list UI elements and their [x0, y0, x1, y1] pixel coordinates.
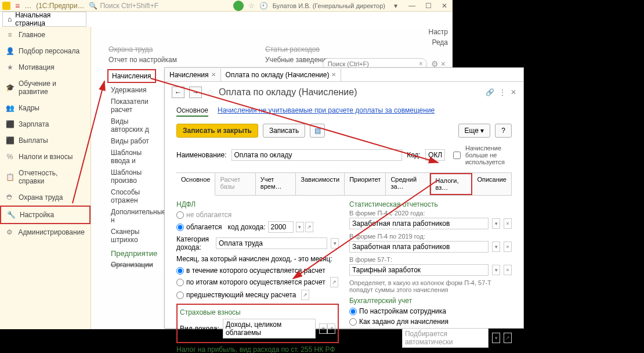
- sidebar-item[interactable]: ⛑Охрана труда: [0, 189, 91, 206]
- tab-home[interactable]: ⌂ Начальная страница: [2, 12, 86, 27]
- clear-icon[interactable]: ×: [504, 218, 512, 229]
- content-link[interactable]: Отчет по настройкам: [108, 55, 265, 65]
- f57-select[interactable]: Тарифный заработок: [349, 264, 489, 276]
- star-icon[interactable]: ☆: [207, 88, 214, 97]
- month-opt2-radio[interactable]: [176, 279, 184, 286]
- close-icon[interactable]: ✕: [331, 71, 336, 78]
- more-button[interactable]: Еще ▾: [458, 124, 491, 138]
- open-icon[interactable]: ↗: [504, 333, 512, 343]
- close-icon[interactable]: ✕: [211, 71, 216, 78]
- subtab-deps[interactable]: Зависимости: [296, 173, 345, 195]
- sidebar-item[interactable]: 👥Кадры: [0, 100, 91, 116]
- section-nav-item[interactable]: Виды авторских д: [107, 116, 165, 135]
- section-nav-item[interactable]: Сканеры штрихко: [107, 226, 165, 246]
- dropdown-icon[interactable]: ▾: [492, 333, 500, 343]
- tab-oplata[interactable]: Оплата по окладу (Начисление) ✕: [221, 69, 342, 81]
- open-icon[interactable]: ↗: [327, 323, 335, 334]
- sidebar-item[interactable]: ⚙Администрирование: [0, 224, 91, 240]
- section-nav-item[interactable]: Показатели расчет: [107, 96, 165, 116]
- ndfl-not-taxed-radio[interactable]: [176, 211, 184, 219]
- clear-icon[interactable]: ×: [504, 242, 512, 252]
- content-link[interactable]: Настр: [428, 27, 448, 37]
- current-user[interactable]: Булатов И.В. (Генеральный директор): [273, 2, 385, 9]
- close-button[interactable]: ✕: [439, 2, 450, 10]
- global-search[interactable]: 🔍 Поиск Ctrl+Shift+F: [89, 2, 182, 10]
- month-opt1-radio[interactable]: [176, 267, 184, 275]
- link-icon[interactable]: 🔗: [486, 88, 494, 96]
- account-select[interactable]: Подбирается автоматически: [402, 328, 489, 348]
- subtab-desc[interactable]: Описание: [472, 173, 512, 195]
- link-not-counted[interactable]: Начисления не учитываемые при расчете до…: [218, 105, 435, 117]
- dropdown-icon[interactable]: ▾: [296, 222, 304, 232]
- close-window-icon[interactable]: ✕: [511, 88, 516, 96]
- section-nav-item[interactable]: Шаблоны произво: [107, 167, 165, 186]
- subtab-main[interactable]: Основное: [176, 173, 215, 196]
- clear-search-icon[interactable]: ×: [419, 60, 423, 68]
- open-icon[interactable]: ↗: [301, 290, 309, 300]
- save-button[interactable]: Записать: [263, 124, 305, 138]
- report-icon[interactable]: ▤: [310, 124, 325, 138]
- open-icon[interactable]: ↗: [305, 222, 313, 232]
- section-nav-item[interactable]: Дополнительные н: [107, 206, 165, 226]
- more-icon[interactable]: ⋮: [499, 88, 506, 96]
- section-nav-item[interactable]: Шаблоны ввода и: [107, 147, 165, 167]
- subtab-time[interactable]: Учет врем…: [256, 173, 296, 195]
- no-longer-checkbox[interactable]: [453, 152, 461, 159]
- dropdown-icon[interactable]: ▾: [492, 242, 500, 252]
- maximize-button[interactable]: ☐: [422, 2, 434, 10]
- dropdown-icon[interactable]: ▾: [319, 323, 327, 334]
- p4-2020-select[interactable]: Заработная плата работников: [349, 218, 489, 229]
- sidebar-item[interactable]: 🔧Настройка: [0, 206, 91, 224]
- section-nav-item-nachisleniya[interactable]: Начисления: [107, 69, 156, 83]
- content-link[interactable]: Статьи расходов: [265, 44, 422, 55]
- month-opt3-radio[interactable]: [176, 291, 184, 299]
- subtab-average[interactable]: Средний за…: [386, 173, 429, 195]
- dropdown-icon[interactable]: ▾: [390, 2, 401, 10]
- sidebar-item[interactable]: %Налоги и взносы: [0, 149, 91, 165]
- forward-button[interactable]: →: [189, 87, 202, 98]
- p4-2019-select[interactable]: Заработная плата работников: [349, 241, 489, 253]
- code-input[interactable]: [425, 149, 445, 161]
- dropdown-icon[interactable]: ▾: [331, 238, 339, 248]
- open-icon[interactable]: ↗: [330, 277, 338, 287]
- sidebar: ≡Главное👤Подбор персонала★Мотивация🎓Обуч…: [0, 27, 91, 329]
- income-code-input[interactable]: [268, 221, 294, 233]
- sidebar-item[interactable]: 🎓Обучение и развитие: [0, 75, 91, 100]
- section-nav-item[interactable]: Удержания: [107, 84, 165, 96]
- subtab-priority[interactable]: Приоритет: [345, 173, 386, 195]
- income-type-select[interactable]: Доходы, целиком облагаемы: [223, 319, 316, 338]
- subtab-taxes[interactable]: Налоги, вз…: [430, 173, 473, 195]
- sidebar-item[interactable]: ★Мотивация: [0, 59, 91, 75]
- dropdown-icon[interactable]: ▾: [492, 265, 500, 275]
- back-button[interactable]: ←: [172, 87, 184, 98]
- sidebar-item[interactable]: ⬛Выплаты: [0, 132, 91, 149]
- save-close-button[interactable]: Записать и закрыть: [176, 124, 258, 138]
- name-input[interactable]: [231, 149, 403, 161]
- tab-nachisleniya[interactable]: Начисления ✕: [165, 69, 221, 81]
- favorites-icon[interactable]: ☆: [248, 2, 255, 10]
- sidebar-item[interactable]: ⬛Зарплата: [0, 116, 91, 132]
- sidebar-item-icon: 👤: [6, 47, 14, 55]
- hamburger-icon[interactable]: ≡: [15, 1, 20, 10]
- sidebar-item-icon: 🎓: [6, 84, 14, 92]
- section-nav-item[interactable]: Виды работ: [107, 135, 165, 147]
- section-nav-item[interactable]: Способы отражен: [107, 186, 165, 206]
- clear-icon[interactable]: ×: [504, 265, 512, 275]
- acc-opt1-radio[interactable]: [349, 308, 357, 315]
- notifications-icon[interactable]: [233, 1, 244, 11]
- minimize-button[interactable]: —: [406, 2, 418, 10]
- acc-opt2-radio[interactable]: [349, 318, 357, 326]
- history-icon[interactable]: 🕘: [259, 2, 268, 10]
- subtab-base[interactable]: Расчет базы: [215, 173, 255, 195]
- ndfl-taxed-radio[interactable]: [176, 224, 184, 231]
- help-button[interactable]: ?: [495, 124, 512, 138]
- dropdown-icon[interactable]: ▾: [492, 218, 500, 229]
- sidebar-item[interactable]: 👤Подбор персонала: [0, 43, 91, 59]
- section-nav-item[interactable]: Организации: [107, 259, 165, 271]
- link-main[interactable]: Основное: [176, 105, 208, 117]
- sidebar-item[interactable]: ≡Главное: [0, 27, 91, 43]
- content-link[interactable]: Охрана труда: [108, 44, 265, 55]
- category-select[interactable]: Оплата труда: [216, 237, 327, 249]
- sidebar-item[interactable]: 📋Отчетность, справки: [0, 165, 91, 189]
- content-link[interactable]: Реда: [428, 37, 448, 48]
